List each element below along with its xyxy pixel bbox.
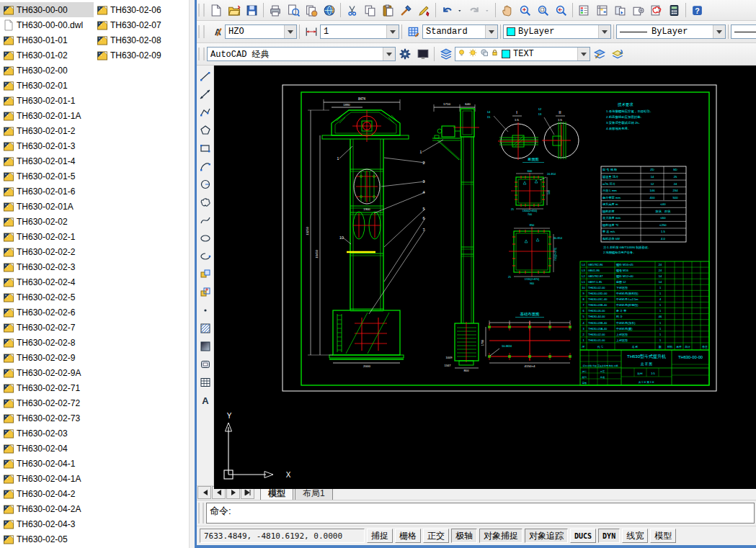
file-item[interactable]: TH630-02-02-72 (0, 395, 94, 410)
spline-icon[interactable] (197, 211, 214, 229)
file-item[interactable]: TH630-02-01-1A (0, 108, 94, 123)
file-item[interactable]: TH630-02-04-2A (0, 501, 94, 516)
undo-icon[interactable] (438, 1, 456, 19)
markup-set-icon[interactable] (647, 1, 665, 19)
file-item[interactable]: TH630-02-04-1A (0, 471, 94, 486)
point-icon[interactable] (197, 301, 214, 319)
save-icon[interactable] (243, 1, 261, 19)
toggle-模型[interactable]: 模型 (650, 529, 676, 543)
file-item[interactable]: TH630-02-04-1 (0, 456, 94, 471)
file-item[interactable]: TH630-02-01-5 (0, 169, 94, 184)
layer-thaw-sun-icon[interactable] (468, 48, 479, 60)
copy-icon[interactable] (361, 1, 379, 19)
chevron-down-icon[interactable] (284, 25, 296, 38)
paste-icon[interactable] (379, 1, 397, 19)
file-item[interactable]: TH630-02-03 (0, 426, 94, 441)
file-item[interactable]: TH630-02-01-4 (0, 153, 94, 169)
file-item[interactable]: TH630-02-01-6 (0, 184, 94, 199)
table-icon[interactable] (197, 373, 214, 391)
toggle-DYN[interactable]: DYN (598, 529, 620, 543)
file-list-panel[interactable]: TH630-00-00TH630-00-00.dwlTH630-01-01TH6… (0, 0, 189, 548)
pan-icon[interactable] (498, 1, 516, 19)
workspace-settings-gear-icon[interactable] (396, 45, 414, 63)
gradient-icon[interactable] (197, 337, 214, 355)
ellipse-arc-icon[interactable] (197, 247, 214, 265)
construction-line-icon[interactable] (197, 85, 214, 103)
arc-icon[interactable] (197, 157, 214, 175)
file-item[interactable]: TH630-02-02-71 (0, 380, 94, 395)
chevron-down-icon[interactable] (598, 25, 610, 38)
toggle-线宽[interactable]: 线宽 (622, 529, 648, 543)
polygon-icon[interactable] (197, 121, 214, 139)
file-item[interactable]: TH630-02-02-9A (0, 365, 94, 380)
layer-viewport-icon[interactable] (480, 48, 490, 60)
cut-icon[interactable] (343, 1, 361, 19)
plot-icon[interactable] (266, 1, 284, 19)
file-item[interactable]: TH630-02-04 (0, 441, 94, 456)
zoom-window-icon[interactable] (534, 1, 552, 19)
plot-preview-icon[interactable] (284, 1, 302, 19)
redo-icon[interactable] (466, 1, 484, 19)
file-item[interactable]: TH630-02-04-3 (0, 516, 94, 531)
tab-first-button[interactable] (197, 486, 211, 499)
layer-combo[interactable]: TEXT (455, 47, 590, 61)
rectangle-icon[interactable] (197, 139, 214, 157)
file-item[interactable]: TH630-00-00.dwl (0, 17, 94, 32)
file-item[interactable]: TH630-02-06 (94, 2, 187, 17)
chevron-down-icon[interactable] (386, 25, 399, 38)
file-item[interactable]: TH630-02-01-3 (0, 138, 94, 153)
open-icon[interactable] (225, 1, 243, 19)
file-item[interactable]: TH630-02-02-2 (0, 244, 94, 259)
file-item[interactable]: TH630-02-05 (0, 531, 94, 547)
dim-style-combo[interactable]: 1 (320, 24, 399, 39)
workspace-combo[interactable]: AutoCAD 经典 (207, 47, 396, 61)
layer-on-bulb-icon[interactable] (458, 48, 467, 60)
mtext-icon[interactable]: A (197, 391, 214, 409)
help-icon[interactable]: ? (688, 1, 706, 19)
chevron-down-icon[interactable] (713, 25, 725, 38)
text-style-combo[interactable]: HZO (225, 24, 297, 39)
make-object-layer-current-icon[interactable] (590, 45, 608, 63)
toggle-DUCS[interactable]: DUCS (570, 529, 596, 543)
toggle-极轴[interactable]: 极轴 (451, 529, 477, 543)
insert-block-icon[interactable] (197, 265, 214, 283)
block-editor-icon[interactable] (415, 1, 433, 19)
file-item[interactable]: TH630-02-01A (0, 199, 94, 214)
quickcalc-icon[interactable] (665, 1, 683, 19)
circle-icon[interactable] (197, 175, 214, 193)
file-item[interactable]: TH630-02-02-3 (0, 259, 94, 274)
polyline-icon[interactable] (197, 103, 214, 121)
model-space-canvas[interactable]: 8474189019002000132501045017106408001009… (214, 66, 756, 485)
match-properties-icon[interactable] (397, 1, 415, 19)
toolbar-grip[interactable] (198, 48, 205, 60)
file-item[interactable]: TH630-02-01-2 (0, 123, 94, 138)
line-icon[interactable] (197, 67, 214, 85)
zoom-previous-icon[interactable] (552, 1, 570, 19)
layer-properties-icon[interactable] (437, 45, 455, 63)
file-item[interactable]: TH630-00-00 (0, 2, 94, 17)
file-item[interactable]: TH630-02-02-6 (0, 305, 94, 320)
layer-previous-icon[interactable] (608, 45, 626, 63)
redo-caret-icon[interactable] (484, 1, 493, 19)
file-item[interactable]: TH630-02-00 (0, 63, 94, 78)
toggle-对象追踪[interactable]: 对象追踪 (525, 529, 568, 543)
file-item[interactable]: TH630-02-02-73 (0, 410, 94, 426)
file-item[interactable]: TH630-02-02-5 (0, 289, 94, 305)
file-item[interactable]: TH630-02-02-8 (0, 335, 94, 350)
file-item[interactable]: TH630-01-02 (0, 48, 94, 63)
designcenter-icon[interactable] (611, 1, 629, 19)
lineweight-combo[interactable] (731, 24, 756, 39)
command-line-window[interactable]: 命令: (197, 500, 756, 526)
undo-caret-icon[interactable] (456, 1, 466, 19)
toggle-对象捕捉[interactable]: 对象捕捉 (479, 529, 522, 543)
hatch-icon[interactable] (197, 319, 214, 337)
properties-icon[interactable] (575, 1, 593, 19)
workspace-save-icon[interactable] (414, 45, 432, 63)
command-input[interactable]: 命令: (206, 503, 755, 524)
command-grip[interactable] (198, 503, 204, 524)
region-icon[interactable] (197, 355, 214, 373)
toggle-栅格[interactable]: 栅格 (395, 529, 421, 543)
chevron-down-icon[interactable] (485, 25, 497, 38)
toggle-捕捉[interactable]: 捕捉 (367, 529, 393, 543)
file-item[interactable]: TH630-02-08 (94, 32, 187, 48)
